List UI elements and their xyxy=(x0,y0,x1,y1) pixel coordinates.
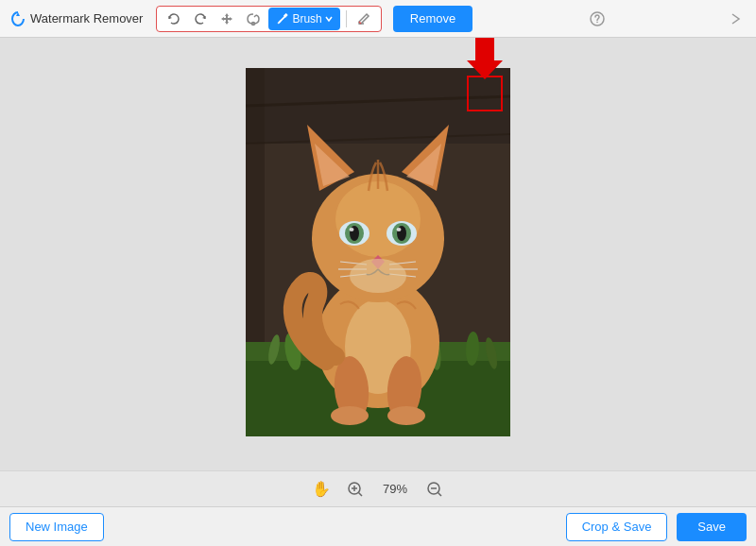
svg-point-4 xyxy=(596,21,598,23)
move-icon xyxy=(219,11,234,26)
brush-icon xyxy=(276,12,289,26)
brush-tool-button[interactable]: Brush xyxy=(268,8,339,30)
svg-point-27 xyxy=(335,181,421,257)
app-logo-icon xyxy=(9,10,26,27)
lasso-tool-button[interactable] xyxy=(242,8,265,30)
cat-image xyxy=(246,68,510,436)
svg-point-25 xyxy=(387,406,425,425)
undo-icon xyxy=(166,11,181,26)
svg-point-46 xyxy=(350,259,406,293)
tool-divider xyxy=(346,10,347,27)
app-logo: Watermark Remover xyxy=(9,10,143,27)
footer-right-actions: Crop & Save Save xyxy=(566,513,747,541)
eraser-icon xyxy=(356,11,371,26)
app-title: Watermark Remover xyxy=(30,11,143,26)
brush-label: Brush xyxy=(292,12,321,26)
svg-line-51 xyxy=(359,492,363,496)
zoom-out-icon xyxy=(426,481,443,498)
save-button[interactable]: Save xyxy=(677,513,747,541)
hand-tool-button[interactable]: ✋ xyxy=(310,478,333,501)
footer: New Image Crop & Save Save xyxy=(0,506,756,546)
zoom-level: 79% xyxy=(378,482,412,496)
zoom-in-button[interactable] xyxy=(344,478,367,501)
undo-button[interactable] xyxy=(163,8,185,30)
canvas-area[interactable] xyxy=(0,38,756,470)
redo-icon xyxy=(193,11,208,26)
chevron-down-icon xyxy=(325,15,333,23)
help-button[interactable] xyxy=(585,7,610,31)
svg-line-54 xyxy=(438,492,442,496)
svg-point-39 xyxy=(397,228,402,231)
redo-button[interactable] xyxy=(189,8,212,30)
selection-indicator xyxy=(467,76,503,111)
expand-icon xyxy=(728,12,741,26)
toolbar: Watermark Remover xyxy=(0,0,756,38)
lasso-icon xyxy=(246,11,261,26)
zoom-out-button[interactable] xyxy=(423,478,446,501)
crop-save-button[interactable]: Crop & Save xyxy=(566,513,668,541)
remove-button[interactable]: Remove xyxy=(393,6,472,32)
help-icon xyxy=(590,11,605,26)
image-container xyxy=(246,68,510,440)
eraser-tool-button[interactable] xyxy=(352,8,375,30)
svg-point-35 xyxy=(350,228,354,231)
zoom-bar: ✋ 79% xyxy=(0,470,756,506)
svg-marker-47 xyxy=(467,38,503,79)
new-image-button[interactable]: New Image xyxy=(9,513,104,541)
svg-point-24 xyxy=(331,406,369,425)
expand-button[interactable] xyxy=(722,7,747,31)
zoom-in-icon xyxy=(347,481,364,498)
arrow-down-icon xyxy=(467,38,503,91)
tool-group: Brush xyxy=(156,6,381,32)
move-tool-button[interactable] xyxy=(215,8,238,30)
